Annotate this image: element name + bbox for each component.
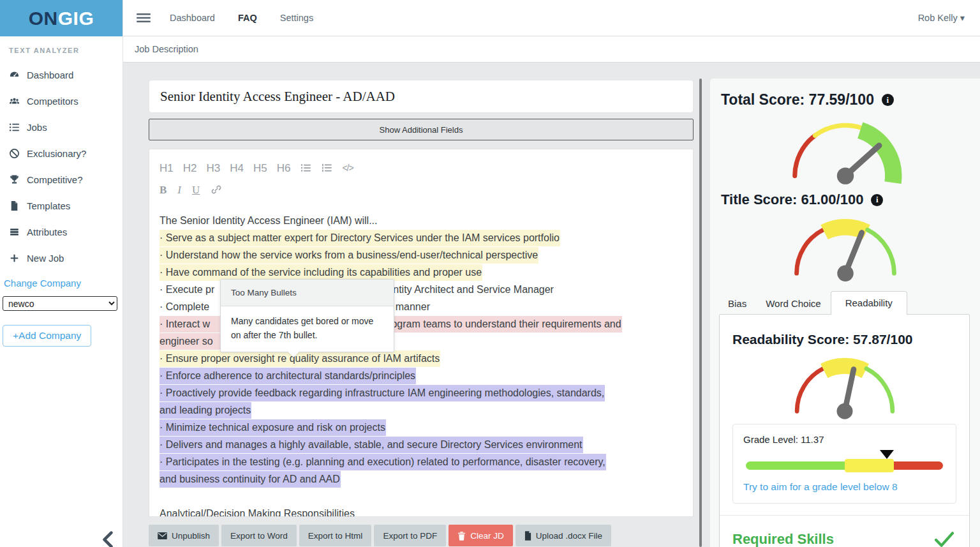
breadcrumb-bar: Job Description [123,36,980,63]
editor-line[interactable]: · Serve as a subject matter expert for D… [160,229,683,246]
export-pdf-button[interactable]: Export to PDF [374,525,446,546]
bullet-list-button[interactable] [300,163,311,173]
editor-line[interactable] [160,488,683,505]
panel-divider [720,515,969,516]
nav-settings[interactable]: Settings [280,13,313,23]
editor-text-segment: ntity Architect and Service Manager [393,281,554,298]
add-company-button[interactable]: +Add Company [3,325,91,347]
italic-button[interactable]: I [177,184,181,195]
envelope-icon [158,532,167,539]
export-html-button[interactable]: Export to Html [299,525,372,546]
show-additional-fields-button[interactable]: Show Additional Fields [149,119,694,140]
h4-button[interactable]: H4 [230,163,244,174]
editor-toolbar-row2: B I U [160,180,683,199]
h5-button[interactable]: H5 [253,163,267,174]
grade-marker-icon [880,450,894,459]
h2-button[interactable]: H2 [183,163,197,174]
user-menu[interactable]: Rob Kelly ▾ [918,13,965,23]
title-score-heading: Title Score: 61.00/100 [721,191,863,208]
editor-line[interactable]: · Minimize technical exposure and risk o… [160,419,683,436]
tab-bias[interactable]: Bias [718,293,756,314]
sidebar-item-competitors[interactable]: Competitors [0,88,122,114]
h1-button[interactable]: H1 [160,163,174,174]
doc-file-icon [524,531,531,541]
sidebar-item-dashboard[interactable]: Dashboard [0,62,122,88]
code-view-button[interactable]: </> [342,163,353,172]
sidebar-item-label: Competitors [27,96,78,107]
export-word-button[interactable]: Export to Word [221,525,297,546]
editor-text-segment: and business continuity for AD and AAD [160,471,341,488]
nav-faq[interactable]: FAQ [238,13,257,23]
upload-docx-button[interactable]: Upload .docx File [516,525,611,546]
link-icon [211,184,222,195]
total-score-gauge [779,111,912,191]
info-icon[interactable]: i [871,194,883,206]
editor-text-segment: · Proactively provide feedback regarding… [160,385,605,401]
ban-icon [9,148,20,159]
bars-icon [9,227,20,237]
sidebar-item-label: Dashboard [27,70,73,80]
editor-line[interactable]: Analytical/Decision Making Responsibilit… [160,505,683,517]
grade-level-label: Grade Level: 11.37 [743,434,946,445]
change-company-link[interactable]: Change Company [0,271,122,294]
list-icon [9,122,20,133]
sidebar-item-templates[interactable]: Templates [0,193,122,219]
score-tabs: Bias Word Choice Readability [710,291,980,314]
unpublish-button[interactable]: Unpublish [149,525,219,546]
nav-dashboard[interactable]: Dashboard [170,13,215,23]
editor-line[interactable]: · Proactively provide feedback regarding… [160,384,683,401]
required-skills-row: Required Skills [732,531,956,547]
hamburger-menu-button[interactable] [137,13,151,23]
editor-line[interactable]: · Have command of the service including … [160,264,683,281]
editor-text-segment: · Complete [160,299,212,315]
editor-line[interactable]: · Ensure proper oversight re quality ass… [160,350,683,367]
sidebar-item-label: New Job [27,253,64,264]
editor-line[interactable]: · Understand how the service works from … [160,246,683,264]
tooltip-arrow [288,352,299,357]
grade-level-card: Grade Level: 11.37 Try to aim for a grad… [732,424,956,504]
info-icon[interactable]: i [882,94,894,106]
bullet-list-icon [300,163,311,173]
editor-line[interactable]: · Enforce adherence to architectural sta… [160,367,683,384]
trash-icon [457,531,466,541]
sidebar-item-attributes[interactable]: Attributes [0,219,122,245]
sidebar-item-jobs[interactable]: Jobs [0,114,122,140]
editor-text-segment: · Serve as a subject matter expert for D… [160,230,560,246]
tab-word-choice[interactable]: Word Choice [756,293,830,314]
collapse-sidebar-button[interactable] [102,530,114,542]
sidebar-item-exclusionary[interactable]: Exclusionary? [0,140,122,167]
editor-line[interactable]: · Participates in the testing (e.g. plan… [160,453,683,470]
logo-on: ON [29,8,58,29]
readability-gauge [783,350,906,420]
company-select[interactable]: newco [3,296,117,311]
link-button[interactable] [211,184,222,195]
sidebar-menu: Dashboard Competitors Jobs Exclusionary?… [0,62,122,271]
tooltip-body: Many candidates get bored or move on aft… [221,306,394,352]
editor-line[interactable]: and leading projects [160,401,683,419]
upload-docx-label: Upload .docx File [536,531,602,541]
grade-advice-link[interactable]: Try to aim for a grade level below 8 [743,481,946,493]
h6-button[interactable]: H6 [277,163,291,174]
total-score-heading: Total Score: 77.59/100 [721,91,874,109]
grade-level-bar [746,459,943,472]
sidebar-item-new-job[interactable]: New Job [0,245,122,271]
ordered-list-button[interactable] [321,163,332,173]
clear-jd-button[interactable]: Clear JD [449,525,513,546]
sidebar-item-label: Attributes [27,227,67,237]
job-title-field[interactable]: Senior Identity Access Engineer - AD/AAD [149,80,694,113]
underline-button[interactable]: U [192,184,200,195]
h3-button[interactable]: H3 [206,163,220,174]
tab-readability[interactable]: Readability [831,291,907,315]
editor-line[interactable]: and business continuity for AD and AAD [160,470,683,488]
too-many-bullets-tooltip: Too Many Bullets Many candidates get bor… [220,279,394,352]
editor-text-segment: rogram teams to understand their require… [388,316,622,333]
job-title-text: Senior Identity Access Engineer - AD/AAD [160,89,395,105]
grade-bar-red [894,461,943,470]
editor-line[interactable]: The Senior Identity Access Engineer (IAM… [160,212,683,229]
editor-content[interactable]: The Senior Identity Access Engineer (IAM… [160,212,683,517]
sidebar-item-competitive[interactable]: Competitive? [0,167,122,193]
panel-scrollbar[interactable] [699,79,702,547]
editor-line[interactable]: · Delivers and manages a highly availabl… [160,436,683,453]
title-score-gauge [783,211,908,282]
bold-button[interactable]: B [160,184,167,195]
